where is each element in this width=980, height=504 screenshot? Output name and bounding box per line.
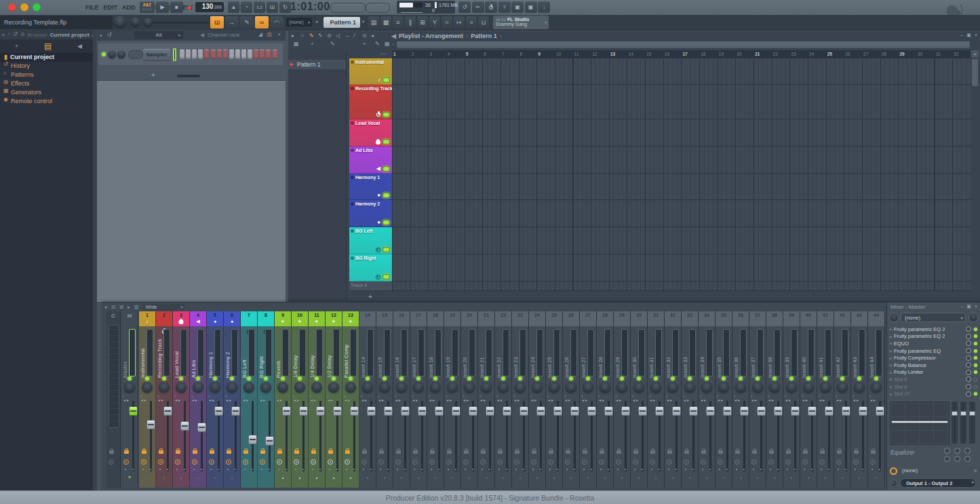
record-arm-icon[interactable] [446, 455, 452, 467]
track-enable-led[interactable] [383, 77, 390, 83]
fold-arrow-icon[interactable]: ▴ [783, 475, 800, 480]
fader-handle[interactable] [384, 406, 393, 416]
strip-enable-led[interactable] [128, 376, 132, 381]
volume-fader[interactable] [218, 401, 220, 471]
strip-header[interactable]: 19 [444, 311, 460, 326]
mixer-strip-29[interactable]: 29Insert 29↕◄►▴ [614, 311, 631, 488]
strip-enable-led[interactable] [366, 376, 370, 381]
fader-handle[interactable] [774, 406, 783, 416]
strip-enable-led[interactable] [739, 376, 743, 381]
fader-handle[interactable] [672, 406, 681, 416]
mixer-strip-17[interactable]: 17Insert 17↕◄►▴ [410, 311, 427, 488]
pan-knob[interactable] [362, 382, 373, 393]
slot-mix-knob[interactable] [966, 355, 971, 361]
strip-header[interactable]: 22 [495, 311, 511, 326]
pan-knob[interactable] [277, 382, 288, 393]
fold-arrow-icon[interactable]: ▴ [461, 475, 477, 480]
volume-fader[interactable] [370, 401, 372, 471]
record-arm-icon[interactable] [768, 455, 774, 467]
mixer-strip-43[interactable]: 43Insert 43↕◄►▴ [851, 311, 868, 488]
pan-knob[interactable] [142, 382, 153, 393]
export-button[interactable]: ↓ [538, 1, 550, 13]
record-arm-icon[interactable] [548, 455, 553, 467]
fold-arrow-icon[interactable]: ▴ [495, 475, 511, 480]
pan-knob[interactable] [633, 382, 644, 393]
pan-knob[interactable] [294, 382, 305, 393]
track-header-4[interactable]: Ad Libs◀ [349, 147, 392, 174]
volume-fader[interactable] [319, 401, 321, 471]
strip-header[interactable]: 12∗ [326, 311, 342, 326]
mixer-strip-33[interactable]: 33Insert 33↕◄►▴ [682, 311, 699, 488]
plugin-slot-6[interactable]: ▶Fruity Balance [888, 362, 979, 369]
link-selector[interactable]: (none)▸ [286, 18, 312, 26]
strip-enable-led[interactable] [179, 376, 183, 381]
record-arm-icon[interactable] [361, 455, 367, 467]
play-button[interactable]: ▶ [156, 1, 169, 13]
strip-enable-led[interactable] [722, 376, 726, 381]
record-arm-icon[interactable] [565, 455, 570, 467]
main-volume-knob[interactable] [114, 16, 125, 28]
pen-button[interactable]: ✎ [240, 16, 254, 28]
volume-fader[interactable] [879, 401, 881, 471]
strip-header[interactable]: 14 [359, 311, 376, 326]
playlist-v-scrollbar[interactable]: ▴ [971, 50, 979, 302]
volume-fader[interactable] [132, 401, 134, 471]
fold-arrow-icon[interactable]: ▴ [529, 475, 545, 480]
record-arm-icon[interactable] [751, 455, 757, 467]
arrow-button[interactable]: → [225, 16, 239, 28]
slot-knob[interactable] [889, 313, 899, 322]
mixer-strip-23[interactable]: 23Insert 23↕◄►▴ [512, 311, 529, 488]
step-button[interactable] [229, 50, 234, 59]
menu-item-edit[interactable]: EDIT [104, 4, 118, 11]
mixer-strip-21[interactable]: 21Insert 21↕◄►▴ [478, 311, 495, 488]
fold-arrow-icon[interactable]: ▴ [665, 475, 681, 480]
channel-button[interactable]: Sampler [143, 49, 170, 60]
volume-fader[interactable] [540, 401, 542, 471]
eq-graph[interactable] [890, 402, 949, 445]
close-icon[interactable]: × [277, 32, 281, 37]
strip-enable-led[interactable] [806, 376, 810, 381]
fader-handle[interactable] [655, 406, 664, 416]
track-header-1[interactable]: Instrumental♪ [349, 58, 392, 85]
pencil-icon[interactable]: ✎ [330, 41, 335, 47]
metronome-button[interactable]: ▲ [228, 1, 239, 13]
record-arm-icon[interactable] [531, 455, 536, 467]
volume-fader[interactable] [642, 401, 644, 471]
strip-enable-led[interactable] [383, 376, 387, 381]
strip-header[interactable]: 1♪ [139, 311, 155, 326]
strip-header[interactable]: 16 [393, 311, 410, 326]
track-mode-icon[interactable] [351, 229, 354, 233]
menu-item-add[interactable]: ADD [122, 4, 136, 11]
pan-knob[interactable] [379, 382, 390, 393]
delete-icon[interactable]: ⊘ [327, 33, 332, 39]
track-header-3[interactable]: Lead Vocal [349, 119, 392, 147]
arrow-small-icon[interactable]: ▸ [128, 305, 130, 310]
volume-fader[interactable] [235, 401, 237, 471]
strip-enable-led[interactable] [654, 376, 658, 381]
fader-handle[interactable] [536, 406, 545, 416]
paint-icon[interactable]: ✎ [318, 33, 323, 39]
typing-keyboard-button[interactable]: Ш [267, 1, 278, 13]
tempo-display[interactable]: 130.000 [195, 2, 224, 12]
close-icon[interactable]: × [975, 33, 977, 37]
record-arm-icon[interactable] [294, 455, 299, 467]
volume-fader[interactable] [845, 401, 847, 471]
play-small-icon[interactable]: ▸ [100, 33, 102, 37]
fold-arrow-icon[interactable]: ▴ [546, 475, 562, 480]
mixer-button[interactable]: ∥ [405, 16, 416, 28]
strip-enable-led[interactable] [586, 376, 590, 381]
browser-item-patterns[interactable]: ♪Patterns [0, 71, 97, 79]
pan-knob[interactable] [498, 382, 509, 393]
close-window-icon[interactable] [8, 3, 16, 12]
channel-enable-led[interactable] [102, 52, 106, 56]
graph-icon[interactable]: ◢ [258, 32, 262, 37]
mixer-strip-master[interactable]: MMaster↕◄►▼ [121, 311, 138, 488]
strip-enable-led[interactable] [501, 376, 505, 381]
fold-arrow-icon[interactable]: ▴ [614, 475, 630, 480]
channel-pan-knob[interactable] [108, 50, 116, 58]
strip-header[interactable]: 37 [749, 311, 766, 326]
back-icon[interactable]: ↺ [13, 32, 18, 37]
record-button[interactable]: ● [184, 1, 194, 13]
fader-handle[interactable] [808, 406, 817, 416]
fader-handle[interactable] [197, 423, 206, 432]
